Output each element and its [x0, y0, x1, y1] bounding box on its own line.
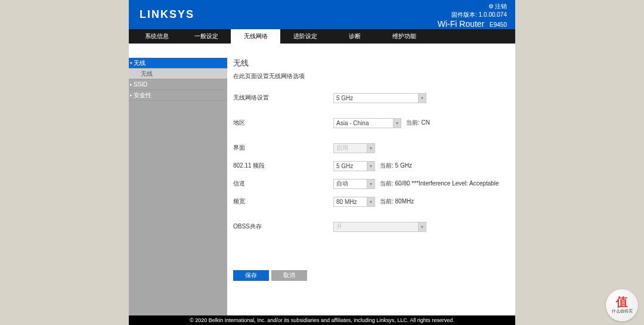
- obss-value: 开: [333, 222, 418, 232]
- region-value: Asia - China: [333, 118, 393, 128]
- footer-copyright: © 2020 Belkin International, Inc. and/or…: [129, 315, 515, 325]
- chevron-down-icon: ▼: [367, 161, 375, 171]
- logout-label: 注销: [495, 3, 507, 10]
- sidebar-item-wireless[interactable]: ▾无线: [129, 58, 227, 69]
- cancel-button[interactable]: 取消: [271, 270, 307, 281]
- chevron-down-icon: ▼: [418, 222, 426, 232]
- chevron-right-icon: ▸: [130, 82, 132, 87]
- sidebar-item-ssid[interactable]: ▸SSID: [129, 79, 227, 90]
- chevron-right-icon: ▸: [130, 93, 132, 98]
- page-title: 无线: [233, 58, 515, 69]
- tab-diagnostics[interactable]: 诊断: [330, 29, 379, 44]
- router-label: Wi-Fi Router: [438, 19, 485, 29]
- app-header: LINKSYS ⚙注销 固件版本: 1.0.00.074 Wi-Fi Route…: [129, 0, 515, 29]
- region-select[interactable]: Asia - China ▼: [333, 118, 401, 128]
- freq-value: 5 GHz: [333, 161, 367, 171]
- firmware-version: 固件版本: 1.0.00.074: [438, 11, 507, 19]
- chevron-down-icon: ▼: [418, 93, 426, 103]
- chevron-down-icon: ▼: [367, 179, 375, 189]
- tab-maintenance[interactable]: 维护功能: [379, 29, 429, 44]
- logout-link[interactable]: ⚙注销: [488, 3, 507, 10]
- main-panel: 无线 在此页面设置无线网络选项 无线网络设置 5 GHz ▼ 地区 Asia -…: [227, 44, 515, 315]
- interface-select: 启用 ▼: [333, 143, 375, 153]
- tab-wireless[interactable]: 无线网络: [231, 29, 280, 44]
- bandwidth-select[interactable]: 80 MHz ▼: [333, 197, 375, 207]
- interface-value: 启用: [333, 143, 367, 153]
- sidebar-item-security[interactable]: ▸安全性: [129, 90, 227, 101]
- obss-label: OBSS共存: [233, 222, 333, 231]
- region-label: 地区: [233, 119, 333, 127]
- router-model: E9450: [490, 21, 507, 28]
- chevron-down-icon: ▼: [393, 118, 401, 128]
- channel-select[interactable]: 自动 ▼: [333, 179, 375, 189]
- channel-label: 信道: [233, 179, 333, 188]
- tab-general[interactable]: 一般设定: [181, 29, 231, 44]
- chevron-down-icon: ▼: [367, 143, 375, 153]
- sidebar: ▾无线 无线 ▸SSID ▸安全性: [129, 44, 227, 315]
- tab-advanced[interactable]: 进阶设定: [280, 29, 330, 44]
- watermark-mark: 值: [616, 296, 628, 307]
- band-value: 5 GHz: [333, 93, 418, 103]
- band-select[interactable]: 5 GHz ▼: [333, 93, 426, 103]
- channel-current: 当前: 60/80 ***Interference Level: Accepta…: [380, 179, 499, 188]
- bandwidth-label: 频宽: [233, 197, 333, 206]
- page-description: 在此页面设置无线网络选项: [233, 72, 515, 81]
- save-button[interactable]: 保存: [233, 270, 269, 281]
- watermark-text: 什么值得买: [612, 308, 633, 314]
- obss-select: 开 ▼: [333, 222, 426, 232]
- interface-label: 界面: [233, 144, 333, 152]
- brand-logo: LINKSYS: [140, 8, 194, 21]
- freq-select[interactable]: 5 GHz ▼: [333, 161, 375, 171]
- header-right: ⚙注销 固件版本: 1.0.00.074 Wi-Fi Router E9450: [438, 2, 507, 30]
- bandwidth-value: 80 MHz: [333, 197, 367, 207]
- gear-icon: ⚙: [488, 3, 494, 10]
- region-current: 当前: CN: [406, 119, 430, 127]
- band-label: 无线网络设置: [233, 94, 333, 102]
- watermark-badge: 值 什么值得买: [606, 289, 638, 321]
- main-tabs: 系统信息 一般设定 无线网络 进阶设定 诊断 维护功能: [129, 29, 515, 44]
- channel-value: 自动: [333, 179, 367, 189]
- tab-system-info[interactable]: 系统信息: [132, 29, 181, 44]
- sidebar-subitem-wireless[interactable]: 无线: [129, 69, 227, 79]
- chevron-down-icon: ▼: [367, 197, 375, 207]
- chevron-down-icon: ▾: [130, 61, 132, 66]
- freq-current: 当前: 5 GHz: [380, 162, 412, 170]
- freq-label: 802.11 频段: [233, 162, 333, 170]
- bandwidth-current: 当前: 80MHz: [380, 197, 414, 206]
